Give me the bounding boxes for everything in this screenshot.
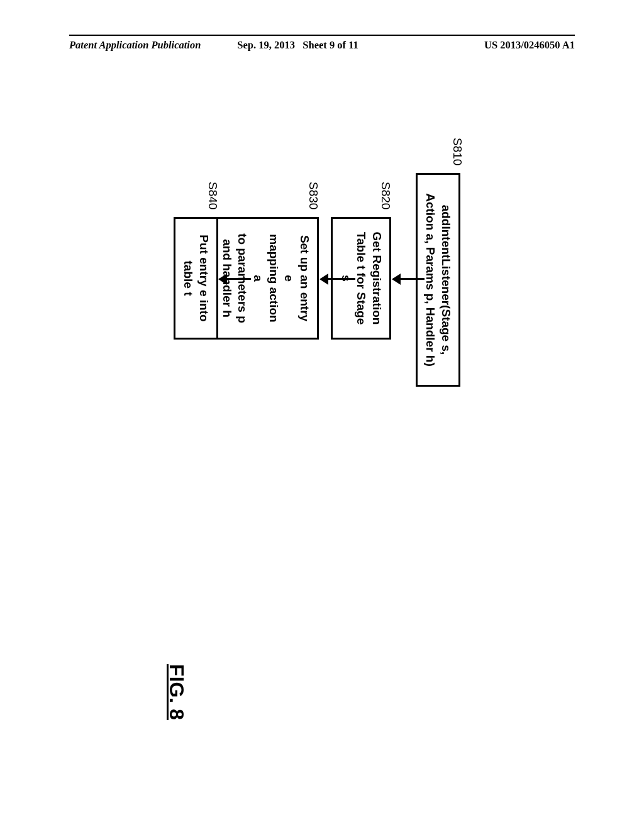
sheet-number: Sheet 9 of 11 [303,39,358,51]
page-header: Patent Application Publication Sep. 19, … [69,39,575,52]
step-text-line: mapping action a [252,234,280,322]
step-label-s840: S840 [206,182,219,209]
step-text-line: Put entry e into [197,235,211,321]
step-text-line: table t [182,261,195,296]
step-text-line: Get Registration [370,232,384,325]
step-box-s840: Put entry e into table t [174,217,218,340]
figure-caption: FIG. 8 [165,664,188,720]
header-rule [69,35,575,36]
publication-title: Patent Application Publication [69,39,201,52]
step-text: addIntentListener(Stage s, Action a, Par… [424,193,453,367]
content-area: S810 addIntentListener(Stage s, Action a… [69,94,575,780]
step-label-s830: S830 [306,182,320,209]
step-label-s810: S810 [450,138,464,165]
step-text-line: Set up an entry e [282,235,311,321]
header-meta: Sep. 19, 2013 Sheet 9 of 11 [237,39,358,52]
arrow-icon [393,278,425,280]
publication-date: Sep. 19, 2013 [237,39,295,51]
step-label-s820: S820 [379,182,392,209]
arrow-icon [219,278,251,280]
arrow-icon [321,278,355,280]
publication-number: US 2013/0246050 A1 [484,39,575,52]
rotated-figure: S810 addIntentListener(Stage s, Action a… [70,110,574,764]
step-box-s810: addIntentListener(Stage s, Action a, Par… [416,173,460,387]
